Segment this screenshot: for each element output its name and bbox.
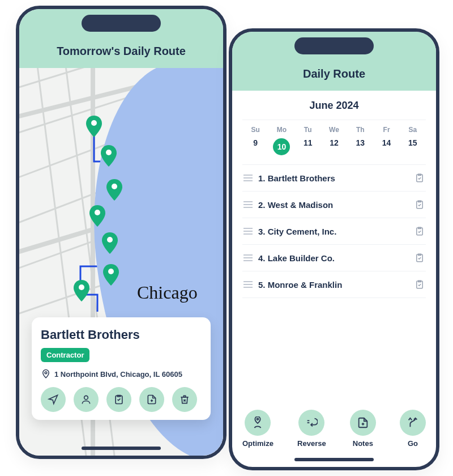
stop-label: 2. West & Madison <box>258 200 409 210</box>
calendar-days-row: 9 10 11 12 13 14 15 <box>242 135 426 164</box>
svg-point-17 <box>79 284 84 290</box>
stop-detail-card: Bartlett Brothers Contractor 1 Northpoin… <box>32 317 211 420</box>
notes-button[interactable]: Notes <box>350 410 376 448</box>
stop-row[interactable]: 3. City Cement, Inc. <box>242 218 426 245</box>
clipboard-check-icon[interactable] <box>414 279 425 290</box>
map-pin[interactable] <box>102 232 118 254</box>
calendar-day[interactable]: 12 <box>321 135 347 164</box>
stop-row[interactable]: 5. Monroe & Franklin <box>242 271 426 298</box>
svg-point-14 <box>95 210 100 215</box>
svg-point-19 <box>84 396 88 400</box>
location-icon <box>41 369 51 379</box>
stops-list: 1. Bartlett Brothers2. West & Madison3. … <box>242 164 426 298</box>
map-pin[interactable] <box>101 145 117 167</box>
route-map[interactable]: Chicago Bartlett Brothers Contractor 1 N… <box>19 68 223 456</box>
notes-icon <box>350 410 376 436</box>
calendar-dow-row: Su Mo Tu We Th Fr Sa <box>242 120 426 135</box>
calendar-day-selected[interactable]: 10 <box>268 135 294 164</box>
dow-label: Fr <box>373 120 399 135</box>
stop-row[interactable]: 2. West & Madison <box>242 192 426 218</box>
svg-point-26 <box>257 418 259 420</box>
calendar-day[interactable]: 11 <box>295 135 321 164</box>
delete-button[interactable] <box>172 387 197 412</box>
map-pin[interactable] <box>106 179 122 201</box>
stop-label: 1. Bartlett Brothers <box>258 173 409 183</box>
stop-type-badge: Contractor <box>41 348 89 362</box>
map-pin[interactable] <box>103 264 119 286</box>
action-label: Optimize <box>242 439 273 448</box>
svg-point-13 <box>112 184 117 189</box>
home-indicator <box>82 447 161 450</box>
dow-label: Mo <box>268 120 294 135</box>
calendar-day[interactable]: 14 <box>373 135 399 164</box>
map-pin[interactable] <box>89 205 105 227</box>
svg-point-18 <box>45 372 47 374</box>
add-note-button[interactable] <box>139 387 164 412</box>
device-notch <box>294 37 374 54</box>
optimize-icon <box>245 410 271 436</box>
navigate-button[interactable] <box>41 387 66 412</box>
action-label: Go <box>408 439 418 448</box>
dow-label: Sa <box>400 120 426 135</box>
home-indicator <box>294 458 374 461</box>
map-pin[interactable] <box>74 280 89 301</box>
calendar-day[interactable]: 15 <box>400 135 426 164</box>
map-city-label: Chicago <box>137 282 198 303</box>
phone-tomorrow-route: Tomorrow's Daily Route Chicago <box>16 6 226 459</box>
checklist-button[interactable] <box>106 387 131 412</box>
go-icon <box>400 410 426 436</box>
contact-button[interactable] <box>74 387 99 412</box>
stop-name: Bartlett Brothers <box>41 328 202 342</box>
stop-label: 5. Monroe & Franklin <box>258 280 409 290</box>
dow-label: We <box>321 120 347 135</box>
stop-label: 4. Lake Builder Co. <box>258 253 409 263</box>
phone-daily-route: Daily Route June 2024 Su Mo Tu We Th Fr … <box>229 28 439 470</box>
svg-point-16 <box>108 269 114 274</box>
clipboard-check-icon[interactable] <box>414 199 425 210</box>
svg-point-12 <box>106 150 112 155</box>
go-button[interactable]: Go <box>400 410 426 448</box>
stop-row[interactable]: 4. Lake Builder Co. <box>242 245 426 271</box>
bottom-action-bar: Optimize Reverse Notes Go <box>242 410 426 448</box>
calendar-day[interactable]: 9 <box>242 135 268 164</box>
optimize-button[interactable]: Optimize <box>242 410 273 448</box>
clipboard-check-icon[interactable] <box>414 226 425 236</box>
drag-handle-icon[interactable] <box>243 281 253 288</box>
drag-handle-icon[interactable] <box>243 254 253 261</box>
reverse-button[interactable]: Reverse <box>297 410 326 448</box>
svg-point-15 <box>107 237 113 243</box>
dow-label: Th <box>347 120 373 135</box>
stop-label: 3. City Cement, Inc. <box>258 227 409 236</box>
stop-row[interactable]: 1. Bartlett Brothers <box>242 165 426 192</box>
action-label: Notes <box>353 439 373 448</box>
drag-handle-icon[interactable] <box>243 228 253 235</box>
stop-address: 1 Northpoint Blvd, Chicago, IL 60605 <box>54 370 182 379</box>
clipboard-check-icon[interactable] <box>414 253 425 263</box>
clipboard-check-icon[interactable] <box>414 173 425 183</box>
drag-handle-icon[interactable] <box>243 201 253 208</box>
dow-label: Tu <box>295 120 321 135</box>
svg-point-11 <box>91 120 97 126</box>
calendar-day[interactable]: 13 <box>347 135 373 164</box>
action-label: Reverse <box>297 439 326 448</box>
dow-label: Su <box>242 120 268 135</box>
device-notch <box>82 15 161 32</box>
calendar-month: June 2024 <box>242 91 426 120</box>
map-pin[interactable] <box>86 116 102 137</box>
drag-handle-icon[interactable] <box>243 175 253 181</box>
reverse-icon <box>298 410 324 436</box>
